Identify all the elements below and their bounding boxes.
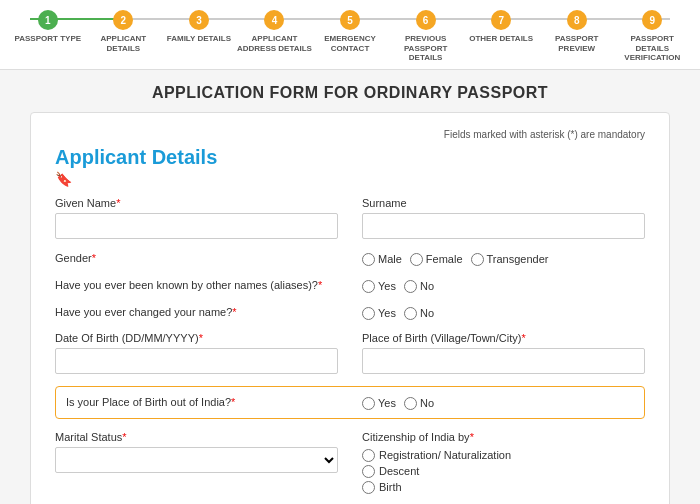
step-8[interactable]: 8 PASSPORT PREVIEW [539, 10, 615, 53]
dob-col: Date Of Birth (DD/MM/YYYY)* [55, 332, 338, 374]
step-6-circle: 6 [416, 10, 436, 30]
step-4-circle: 4 [264, 10, 284, 30]
pob-input[interactable] [362, 348, 645, 374]
surname-col: Surname [362, 197, 645, 239]
step-8-label: PASSPORT PREVIEW [539, 34, 615, 53]
step-4[interactable]: 4 APPLICANT ADDRESS DETAILS [237, 10, 313, 53]
bookmark-icon: 🔖 [55, 171, 645, 187]
step-7-label: OTHER DETAILS [469, 34, 533, 44]
form-card: Fields marked with asterisk (*) are mand… [30, 112, 670, 504]
name-change-yes-radio[interactable] [362, 307, 375, 320]
aliases-yes-radio[interactable] [362, 280, 375, 293]
aliases-no-radio[interactable] [404, 280, 417, 293]
citizenship-birth-radio[interactable] [362, 481, 375, 494]
step-9[interactable]: 9 PASSPORT DETAILS VERIFICATION [615, 10, 691, 63]
name-change-radio-group: Yes No [362, 305, 645, 320]
name-change-no-radio[interactable] [404, 307, 417, 320]
gender-label: Gender* [55, 252, 338, 264]
pob-out-india-yes-radio[interactable] [362, 397, 375, 410]
step-5[interactable]: 5 EMERGENCY CONTACT [312, 10, 388, 53]
given-name-label: Given Name* [55, 197, 338, 209]
dob-pob-row: Date Of Birth (DD/MM/YYYY)* Place of Bir… [55, 332, 645, 374]
step-1-circle: 1 [38, 10, 58, 30]
step-6-label: PREVIOUS PASSPORT DETAILS [388, 34, 464, 63]
citizenship-registration-radio[interactable] [362, 449, 375, 462]
pob-out-india-label: Is your Place of Birth out of India?* [66, 396, 338, 408]
pob-out-india-radio-group: Yes No [362, 395, 634, 410]
step-3-circle: 3 [189, 10, 209, 30]
gender-transgender-option[interactable]: Transgender [471, 253, 549, 266]
dob-input[interactable] [55, 348, 338, 374]
given-name-input[interactable] [55, 213, 338, 239]
step-6[interactable]: 6 PREVIOUS PASSPORT DETAILS [388, 10, 464, 63]
aliases-yes-option[interactable]: Yes [362, 280, 396, 293]
name-change-label: Have you ever changed your name?* [55, 306, 338, 318]
citizenship-col: Citizenship of India by* Registration/ N… [362, 431, 645, 494]
step-9-circle: 9 [642, 10, 662, 30]
page-title: APPLICATION FORM FOR ORDINARY PASSPORT [0, 70, 700, 112]
citizenship-descent-radio[interactable] [362, 465, 375, 478]
gender-male-option[interactable]: Male [362, 253, 402, 266]
citizenship-options: Registration/ Naturalization Descent Bir… [362, 447, 645, 494]
step-5-circle: 5 [340, 10, 360, 30]
step-7-circle: 7 [491, 10, 511, 30]
gender-radio-group: Male Female Transgender [362, 251, 645, 266]
step-7[interactable]: 7 OTHER DETAILS [463, 10, 539, 44]
given-name-col: Given Name* [55, 197, 338, 239]
step-1-label: PASSPORT TYPE [15, 34, 82, 44]
pob-out-india-no-option[interactable]: No [404, 397, 434, 410]
step-3-label: FAMILY DETAILS [167, 34, 231, 44]
gender-row: Gender* Male Female Transgender [55, 251, 645, 266]
marital-status-label: Marital Status* [55, 431, 338, 443]
name-change-row: Have you ever changed your name?* Yes No [55, 305, 645, 320]
pob-out-india-row: Is your Place of Birth out of India?* Ye… [55, 386, 645, 419]
aliases-radio-group: Yes No [362, 278, 645, 293]
pob-out-india-no-radio[interactable] [404, 397, 417, 410]
citizenship-descent-option[interactable]: Descent [362, 465, 645, 478]
citizenship-registration-option[interactable]: Registration/ Naturalization [362, 449, 645, 462]
step-1[interactable]: 1 PASSPORT TYPE [10, 10, 86, 44]
step-3[interactable]: 3 FAMILY DETAILS [161, 10, 237, 44]
dob-label: Date Of Birth (DD/MM/YYYY)* [55, 332, 338, 344]
step-2-label: APPLICANT DETAILS [86, 34, 162, 53]
marital-status-select[interactable]: Single Married Divorced Widowed Separate… [55, 447, 338, 473]
marital-col: Marital Status* Single Married Divorced … [55, 431, 338, 473]
aliases-label: Have you ever been known by other names … [55, 279, 338, 291]
gender-male-radio[interactable] [362, 253, 375, 266]
section-title: Applicant Details [55, 146, 645, 169]
pob-out-india-yes-option[interactable]: Yes [362, 397, 396, 410]
step-9-label: PASSPORT DETAILS VERIFICATION [615, 34, 691, 63]
stepper: 1 PASSPORT TYPE 2 APPLICANT DETAILS 3 FA… [0, 0, 700, 70]
gender-female-radio[interactable] [410, 253, 423, 266]
citizenship-birth-option[interactable]: Birth [362, 481, 645, 494]
step-8-circle: 8 [567, 10, 587, 30]
pob-col: Place of Birth (Village/Town/City)* [362, 332, 645, 374]
marital-citizenship-row: Marital Status* Single Married Divorced … [55, 431, 645, 494]
step-2[interactable]: 2 APPLICANT DETAILS [86, 10, 162, 53]
step-5-label: EMERGENCY CONTACT [312, 34, 388, 53]
step-2-circle: 2 [113, 10, 133, 30]
pob-label: Place of Birth (Village/Town/City)* [362, 332, 645, 344]
surname-label: Surname [362, 197, 645, 209]
name-change-no-option[interactable]: No [404, 307, 434, 320]
citizenship-label: Citizenship of India by* [362, 431, 645, 443]
mandatory-note: Fields marked with asterisk (*) are mand… [55, 129, 645, 140]
gender-female-option[interactable]: Female [410, 253, 463, 266]
aliases-row: Have you ever been known by other names … [55, 278, 645, 293]
name-change-yes-option[interactable]: Yes [362, 307, 396, 320]
step-4-label: APPLICANT ADDRESS DETAILS [237, 34, 313, 53]
gender-transgender-radio[interactable] [471, 253, 484, 266]
surname-input[interactable] [362, 213, 645, 239]
name-row: Given Name* Surname [55, 197, 645, 239]
aliases-no-option[interactable]: No [404, 280, 434, 293]
